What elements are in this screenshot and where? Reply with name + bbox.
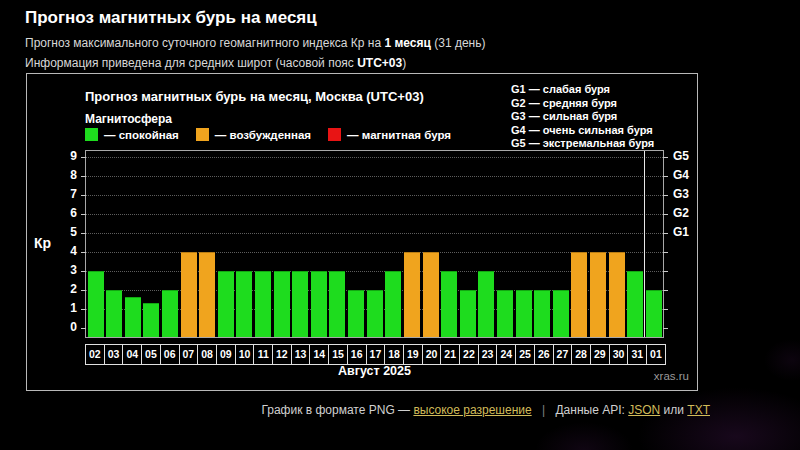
right-axis-tick [663,157,668,158]
day-label: 01 [646,344,666,365]
day-label: 14 [309,344,329,365]
day-label: 03 [104,344,124,365]
json-link[interactable]: JSON [628,403,660,417]
storm-swatch-icon [328,128,341,141]
subtitle2-post: ) [402,56,406,70]
bar-day-21 [441,271,457,337]
y-axis-tick-label: 6 [55,206,77,220]
bar-day-05 [143,303,159,337]
day-label: 09 [216,344,236,365]
bar-day-13 [292,271,308,337]
watermark: xras.ru [654,370,689,382]
day-label: 02 [85,344,105,365]
day-label: 24 [496,344,516,365]
day-label: 31 [627,344,647,365]
y-axis-tick-label: 7 [55,187,77,201]
right-axis-tick [663,214,668,215]
bar-day-10 [236,271,252,337]
subtitle1-bold: 1 месяц [384,36,430,50]
y-axis-tick [81,309,86,310]
excited-swatch-icon [196,128,209,141]
y-axis-tick-label: 5 [55,225,77,239]
plot-area: Кр 0123456789G1G2G3G4G5 [85,150,664,338]
x-axis-day-labels: 0203040506070809101112131415161718192021… [85,344,666,365]
right-axis-tick [663,309,668,310]
footer-text-png: График в формате PNG — [261,403,410,417]
y-axis-tick [81,176,86,177]
right-axis-tick [663,176,668,177]
subtitle2-bold: UTC+03 [357,56,402,70]
y-axis-tick-label: 3 [55,263,77,277]
txt-link[interactable]: TXT [687,403,710,417]
bar-day-29 [590,252,606,337]
day-label: 05 [141,344,161,365]
day-label: 11 [253,344,273,365]
y-axis-tick [81,271,86,272]
y-axis-tick-label: 2 [55,282,77,296]
day-label: 25 [515,344,535,365]
g4-legend-line: G4 — очень сильная буря [511,124,654,138]
bar-day-06 [162,290,178,337]
g2-legend-line: G2 — средняя буря [511,97,654,111]
legend-item-quiet: — спокойная [85,128,179,141]
bar-day-01 [646,290,662,337]
subtitle1-pre: Прогноз максимального суточного геомагни… [25,36,384,50]
g-scale-tick-label: G5 [673,149,689,163]
footer-text-or: или [664,403,684,417]
day-label: 22 [459,344,479,365]
bar-day-11 [255,271,271,337]
day-label: 19 [403,344,423,365]
y-axis-tick-label: 4 [55,244,77,258]
bar-day-15 [329,271,345,337]
gridline [86,176,663,177]
day-label: 23 [478,344,498,365]
bar-day-23 [478,271,494,337]
y-axis-tick [81,195,86,196]
y-axis-tick-label: 9 [55,149,77,163]
subtitle2-pre: Информация приведена для средних широт (… [25,56,357,70]
day-label: 28 [571,344,591,365]
legend-title: Магнитосфера [85,112,172,126]
month-separator-line [644,151,645,337]
bar-day-02 [88,271,104,337]
bar-day-07 [181,252,197,337]
bar-day-27 [553,290,569,337]
gridline [86,233,663,234]
legend-item-storm: — магнитная буря [328,128,451,141]
gridline [86,195,663,196]
x-axis-title: Август 2025 [85,364,664,378]
day-label: 08 [197,344,217,365]
bar-day-22 [460,290,476,337]
legend-label-excited: — возбужденная [215,129,311,141]
page: { "page": { "title": "Прогноз магнитных … [0,0,800,450]
gridline [86,214,663,215]
bar-day-18 [385,271,401,337]
day-label: 18 [384,344,404,365]
legend-label-storm: — магнитная буря [347,129,451,141]
y-axis-tick [81,328,86,329]
day-label: 16 [347,344,367,365]
day-label: 12 [272,344,292,365]
g1-legend-line: G1 — слабая буря [511,83,654,97]
right-axis-tick [663,271,668,272]
bar-day-14 [311,271,327,337]
day-label: 29 [590,344,610,365]
y-axis-title: Кр [34,235,51,251]
bar-day-16 [348,290,364,337]
high-resolution-link[interactable]: высокое разрешение [413,403,531,417]
g-scale-tick-label: G1 [673,225,689,239]
bar-day-08 [199,252,215,337]
bar-day-12 [274,271,290,337]
y-axis-tick [81,252,86,253]
footer: График в формате PNG — высокое разрешени… [261,403,710,417]
g-scale-tick-label: G2 [673,206,689,220]
day-label: 13 [291,344,311,365]
y-axis-tick [81,214,86,215]
g-scale-tick-label: G4 [673,168,689,182]
day-label: 04 [122,344,142,365]
day-label: 07 [179,344,199,365]
right-axis-tick [663,328,668,329]
bar-day-17 [367,290,383,337]
right-axis-tick [663,233,668,234]
footer-separator: | [542,403,545,417]
